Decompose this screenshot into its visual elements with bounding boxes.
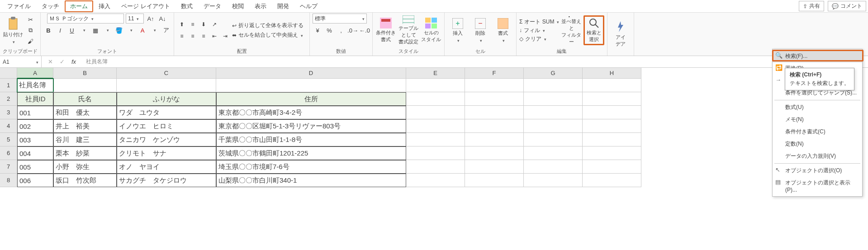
border-button[interactable]: ▦ (90, 25, 100, 35)
cell[interactable] (583, 119, 641, 133)
dropdown-select-objects[interactable]: ↖オブジェクトの選択(O) (773, 165, 862, 177)
menu-data[interactable]: データ (198, 0, 227, 12)
col-header-G[interactable]: G (524, 68, 583, 79)
dropdown-validation[interactable]: データの入力規則(V) (773, 150, 862, 162)
cell[interactable] (406, 160, 465, 174)
find-select-button[interactable]: 検索と 選択 (583, 15, 604, 45)
cell[interactable] (406, 133, 465, 146)
phonetic-button[interactable]: ア (161, 25, 171, 35)
decrease-decimal-button[interactable]: ←.0 (360, 25, 370, 35)
col-header-H[interactable]: H (583, 68, 641, 79)
cell[interactable] (406, 92, 465, 106)
decrease-font-button[interactable]: A↓ (157, 14, 167, 24)
cell[interactable] (406, 146, 465, 160)
paste-dropdown-icon[interactable] (12, 39, 15, 44)
cell[interactable]: 001 (17, 106, 53, 119)
autosum-button[interactable]: Σオート SUM (519, 18, 559, 26)
increase-decimal-button[interactable]: .0→ (348, 25, 358, 35)
italic-button[interactable]: I (55, 25, 65, 35)
cell[interactable]: 002 (17, 119, 53, 133)
menu-help[interactable]: ヘルプ (294, 0, 323, 12)
cell[interactable]: 坂口 竹次郎 (53, 174, 117, 187)
cell[interactable] (465, 79, 524, 92)
share-button[interactable]: ⇪共有 (799, 1, 824, 11)
conditional-formatting-button[interactable]: 条件付き 書式 (375, 15, 396, 45)
number-format-combo[interactable]: 標準 (313, 14, 367, 24)
clear-button[interactable]: ◇クリア (519, 35, 559, 43)
dropdown-selection-pane[interactable]: ▤オブジェクトの選択と表示(P)... (773, 177, 862, 187)
format-as-table-button[interactable]: テーブルとして 書式設定 (398, 15, 419, 45)
cell[interactable] (465, 119, 524, 133)
border-dropdown[interactable] (102, 25, 112, 35)
cell-A2[interactable]: 社員ID (17, 92, 53, 106)
cell[interactable] (524, 133, 583, 146)
cell[interactable] (465, 106, 524, 119)
cell[interactable] (524, 106, 583, 119)
cell-D1[interactable] (216, 79, 406, 92)
dropdown-constants[interactable]: 定数(N) (773, 138, 862, 150)
cell[interactable]: 千葉県〇〇市山田町1-1-8号 (216, 133, 406, 146)
indent-increase-button[interactable]: ⇥ (220, 31, 230, 41)
cell[interactable] (465, 160, 524, 174)
format-cells-button[interactable]: 書式 (493, 15, 513, 45)
cell-C1[interactable] (117, 79, 216, 92)
row-header-4[interactable]: 4 (0, 119, 17, 133)
row-header-3[interactable]: 3 (0, 106, 17, 119)
col-header-B[interactable]: B (53, 68, 117, 79)
dropdown-conditional[interactable]: 条件付き書式(C) (773, 126, 862, 138)
name-box[interactable]: A1 (0, 56, 42, 67)
merge-center-button[interactable]: ⬌セルを結合して中央揃え (232, 31, 304, 39)
cell[interactable]: 和田 優太 (53, 106, 117, 119)
cell[interactable] (583, 133, 641, 146)
orientation-button[interactable]: ↗ (209, 19, 219, 29)
row-header-1[interactable]: 1 (0, 79, 17, 92)
comment-button[interactable]: 💬コメント (828, 1, 866, 11)
cell[interactable] (465, 92, 524, 106)
col-header-E[interactable]: E (406, 68, 465, 79)
underline-dropdown[interactable] (79, 25, 89, 35)
cell[interactable]: 山梨県〇〇市白川町340-1 (216, 174, 406, 187)
cell[interactable] (465, 174, 524, 187)
row-header-6[interactable]: 6 (0, 146, 17, 160)
menu-insert[interactable]: 挿入 (93, 0, 116, 12)
row-header-2[interactable]: 2 (0, 92, 17, 106)
select-all-corner[interactable] (0, 68, 17, 79)
cell-B1[interactable] (53, 79, 117, 92)
col-header-A[interactable]: A (17, 68, 53, 79)
menu-file[interactable]: ファイル (2, 0, 36, 12)
cut-button[interactable]: ✂ (25, 14, 35, 24)
cell[interactable] (524, 146, 583, 160)
cell[interactable] (524, 92, 583, 106)
bold-button[interactable]: B (43, 25, 53, 35)
insert-cells-button[interactable]: +挿入 (447, 15, 468, 45)
cancel-formula-button[interactable]: ✕ (45, 57, 55, 67)
copy-button[interactable]: ⧉ (25, 25, 35, 35)
sort-filter-button[interactable]: AZ並べ替えと フィルター (561, 15, 582, 45)
comma-button[interactable]: , (336, 25, 346, 35)
menu-touch[interactable]: タッチ (36, 0, 65, 12)
menu-formulas[interactable]: 数式 (175, 0, 198, 12)
align-center-button[interactable]: ≡ (188, 31, 198, 41)
underline-button[interactable]: U (67, 25, 77, 35)
currency-button[interactable]: ¥ (313, 25, 323, 35)
cell-D2[interactable]: 住所 (216, 92, 406, 106)
cell[interactable] (406, 106, 465, 119)
cell[interactable]: クリモト サナ (117, 146, 216, 160)
dropdown-formulas[interactable]: 数式(U) (773, 101, 862, 113)
cell[interactable] (406, 174, 465, 187)
fill-button[interactable]: ↓フィル (519, 27, 559, 34)
cell-C2[interactable]: ふりがな (117, 92, 216, 106)
fill-color-dropdown[interactable] (126, 25, 136, 35)
cell[interactable]: 井上 裕美 (53, 119, 117, 133)
dropdown-notes[interactable]: メモ(N) (773, 113, 862, 126)
cell[interactable] (406, 119, 465, 133)
cell[interactable] (524, 160, 583, 174)
cell[interactable] (524, 174, 583, 187)
col-header-D[interactable]: D (216, 68, 406, 79)
cell[interactable]: 茨城県〇〇市鶴田町1201-225 (216, 146, 406, 160)
cell[interactable] (583, 146, 641, 160)
cell[interactable]: 006 (17, 174, 53, 187)
menu-developer[interactable]: 開発 (272, 0, 294, 12)
row-header-7[interactable]: 7 (0, 160, 17, 174)
font-size-combo[interactable]: 11 (126, 14, 144, 24)
